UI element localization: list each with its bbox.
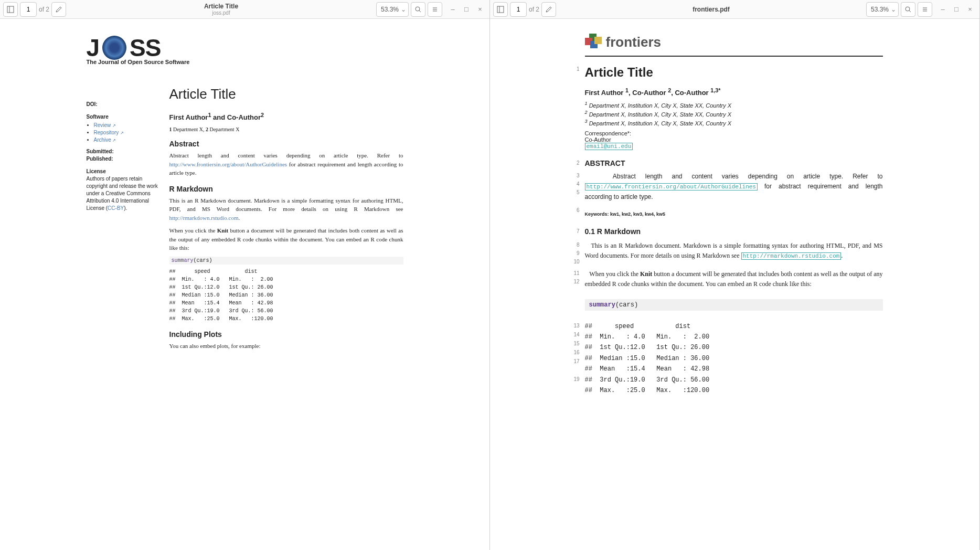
abstract-body: Abstract length and content varies depen… bbox=[169, 151, 403, 177]
knit-paragraph: When you click the Knit button a documen… bbox=[169, 226, 403, 252]
annotate-button[interactable] bbox=[541, 2, 556, 17]
cc-by-link[interactable]: CC-BY bbox=[108, 205, 124, 211]
frontiers-cube-icon bbox=[585, 34, 602, 50]
page-number-input[interactable] bbox=[510, 2, 527, 17]
line-number: 7 bbox=[572, 227, 585, 236]
correspondence-label: Correspondence*: bbox=[585, 130, 883, 136]
svg-rect-7 bbox=[497, 6, 504, 13]
doi-label: DOI: bbox=[87, 101, 98, 107]
joss-logo-j: J bbox=[87, 34, 100, 62]
search-button[interactable] bbox=[901, 2, 915, 17]
archive-link[interactable]: Archive bbox=[94, 137, 116, 143]
rmarkdown-intro: This is an R Markdown document. Markdown… bbox=[585, 241, 883, 261]
code-output: ## speed dist ## Min. : 4.0 Min. : 2.00 … bbox=[585, 321, 883, 396]
maximize-button[interactable]: □ bbox=[460, 3, 473, 16]
page-count-label: of 2 bbox=[529, 6, 539, 13]
document-title-block: frontiers.pdf bbox=[558, 6, 864, 13]
sidebar-toggle-button[interactable] bbox=[3, 2, 18, 17]
correspondence-email[interactable]: email@uni.edu bbox=[585, 143, 633, 150]
line-number: 2 bbox=[572, 159, 585, 167]
menu-button[interactable] bbox=[918, 2, 932, 17]
affiliation-3: 3 Department X, Institution X, City X, S… bbox=[585, 119, 883, 126]
left-toolbar: of 2 Article Title joss.pdf 53.3% – □ × bbox=[0, 0, 489, 19]
software-links-list: Review Repository Archive bbox=[94, 122, 160, 144]
code-output: ## speed dist ## Min. : 4.0 Min. : 2.00 … bbox=[169, 268, 403, 323]
correspondence-block: Correspondence*: Co-Author email@uni.edu bbox=[585, 130, 883, 150]
article-main-column: Article Title First Author1 and Co-Autho… bbox=[169, 86, 403, 354]
frontiers-logo-text: frontiers bbox=[606, 34, 661, 50]
software-label: Software bbox=[87, 114, 109, 120]
article-title: Article Title bbox=[169, 86, 403, 102]
search-button[interactable] bbox=[411, 2, 425, 17]
left-viewport[interactable]: JSS The Journal of Open Source Software … bbox=[0, 19, 489, 550]
author-guidelines-link[interactable]: http://www.frontiersin.org/about/AuthorG… bbox=[169, 161, 287, 167]
rmarkdown-heading: 0.1 R Markdown bbox=[585, 227, 883, 236]
minimize-button[interactable]: – bbox=[936, 3, 949, 16]
affiliation-2: 2 Department X, Institution X, City X, S… bbox=[585, 110, 883, 118]
article-authors: First Author 1, Co-Author 2, Co-Author 1… bbox=[585, 87, 883, 97]
joss-page: JSS The Journal of Open Source Software … bbox=[72, 23, 418, 365]
document-title-block: Article Title joss.pdf bbox=[68, 3, 374, 16]
rmarkdown-heading: R Markdown bbox=[169, 185, 403, 193]
article-title: Article Title bbox=[585, 65, 883, 80]
frontiers-page: frontiers 1 Article Title First Author 1… bbox=[572, 23, 898, 406]
svg-line-10 bbox=[909, 10, 911, 12]
line-number-col: 345 bbox=[572, 172, 585, 206]
svg-point-2 bbox=[416, 7, 420, 11]
line-number: 6 bbox=[572, 206, 585, 222]
sidebar-toggle-button[interactable] bbox=[493, 2, 508, 17]
abstract-heading: Abstract bbox=[169, 140, 403, 148]
pane-resize-handle[interactable] bbox=[488, 19, 491, 550]
page-count-label: of 2 bbox=[39, 6, 49, 13]
repository-link[interactable]: Repository bbox=[94, 130, 124, 135]
abstract-body: Abstract length and content varies depen… bbox=[585, 172, 883, 202]
zoom-select[interactable]: 53.3% bbox=[376, 2, 409, 17]
annotate-button[interactable] bbox=[51, 2, 66, 17]
document-title: frontiers.pdf bbox=[558, 6, 864, 13]
right-viewport[interactable]: frontiers 1 Article Title First Author 1… bbox=[490, 19, 979, 550]
rmarkdown-link[interactable]: http://rmarkdown.rstudio.com bbox=[169, 215, 239, 221]
window-controls: – □ × bbox=[446, 3, 486, 16]
published-label: Published: bbox=[87, 156, 113, 162]
right-toolbar: of 2 frontiers.pdf 53.3% – □ × bbox=[490, 0, 979, 19]
line-number-col: 131415161719 bbox=[572, 321, 585, 396]
header-rule bbox=[585, 56, 883, 57]
license-text: Authors of papers retain copyright and r… bbox=[87, 175, 160, 212]
rmarkdown-link[interactable]: http://rmarkdown.rstudio.com bbox=[741, 252, 841, 260]
left-pane: of 2 Article Title joss.pdf 53.3% – □ × … bbox=[0, 0, 490, 550]
document-filename: joss.pdf bbox=[68, 10, 374, 16]
close-button[interactable]: × bbox=[474, 3, 486, 16]
knit-paragraph: When you click the Knit button a documen… bbox=[585, 269, 883, 289]
maximize-button[interactable]: □ bbox=[950, 3, 963, 16]
joss-logo-subtitle: The Journal of Open Source Software bbox=[87, 59, 403, 65]
plots-body: You can also embed plots, for example: bbox=[169, 342, 403, 351]
line-number: 1 bbox=[572, 65, 585, 150]
article-meta-sidebar: DOI: Software Review Repository Archive … bbox=[87, 86, 160, 354]
zoom-select[interactable]: 53.3% bbox=[866, 2, 899, 17]
joss-logo-o-icon bbox=[102, 36, 126, 60]
window-controls: – □ × bbox=[936, 3, 976, 16]
line-number-col: 8910 bbox=[572, 241, 585, 266]
menu-button[interactable] bbox=[428, 2, 442, 17]
submitted-label: Submitted: bbox=[87, 149, 114, 154]
frontiers-logo: frontiers bbox=[585, 34, 883, 50]
article-authors: First Author1 and Co-Author2 bbox=[169, 112, 403, 121]
plots-heading: Including Plots bbox=[169, 330, 403, 339]
joss-logo-ss: SS bbox=[130, 34, 161, 62]
line-number-col: 1112 bbox=[572, 269, 585, 293]
code-chunk: summary(cars) bbox=[585, 299, 883, 311]
affiliation-1: 1 Department X, Institution X, City X, S… bbox=[585, 101, 883, 109]
correspondence-name: Co-Author bbox=[585, 136, 883, 143]
svg-line-3 bbox=[419, 10, 421, 12]
author-guidelines-link[interactable]: http://www.frontiersin.org/about/AuthorG… bbox=[585, 183, 758, 191]
joss-logo: JSS bbox=[87, 34, 403, 62]
review-link[interactable]: Review bbox=[94, 122, 116, 128]
article-affiliations: 1 Department X, 2 Department X bbox=[169, 126, 403, 132]
close-button[interactable]: × bbox=[964, 3, 976, 16]
page-number-input[interactable] bbox=[20, 2, 37, 17]
document-title: Article Title bbox=[68, 3, 374, 10]
minimize-button[interactable]: – bbox=[446, 3, 459, 16]
keywords: Keywords: kw1, kw2, kw3, kw4, kw5 bbox=[585, 211, 883, 217]
code-chunk: summary(cars) bbox=[169, 257, 403, 265]
right-pane: of 2 frontiers.pdf 53.3% – □ × frontiers bbox=[490, 0, 980, 550]
